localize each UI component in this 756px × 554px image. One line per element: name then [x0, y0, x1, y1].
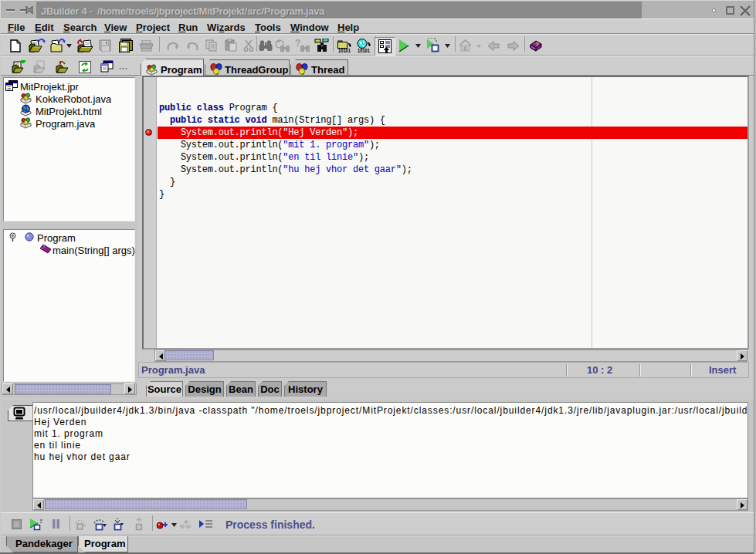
svg-text:?: ? [295, 39, 300, 49]
svg-text:10101: 10101 [338, 47, 351, 53]
svg-text:10101: 10101 [358, 47, 370, 53]
svg-text:?: ? [535, 41, 539, 48]
